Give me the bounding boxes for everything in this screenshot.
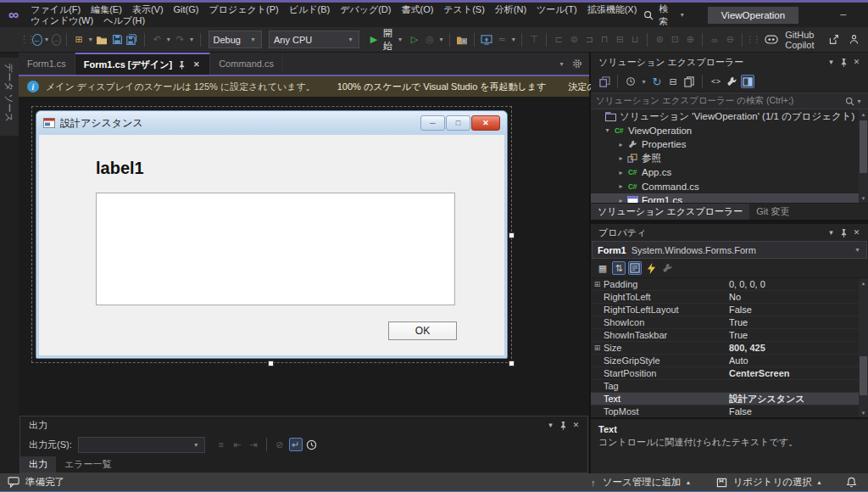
document-list-chevron-icon[interactable]: ▾ — [558, 60, 565, 68]
navigation-list-chevron-icon[interactable]: ▾ — [510, 36, 516, 43]
property-row-showicon[interactable]: ShowIcon True — [591, 316, 868, 329]
collapsed-arrow-icon[interactable]: ▸ — [616, 197, 626, 203]
property-row-sizegripstyle[interactable]: SizeGripStyle Auto — [591, 355, 868, 367]
redo-chevron-icon[interactable]: ▾ — [188, 36, 194, 43]
pin-icon[interactable] — [557, 419, 570, 432]
expand-icon[interactable]: ⊞ — [591, 344, 604, 352]
scroll-down-icon[interactable]: ▾ — [859, 408, 868, 417]
collapsed-arrow-icon[interactable]: ▸ — [616, 182, 626, 190]
property-value[interactable]: True — [729, 317, 858, 327]
gear-icon[interactable] — [570, 57, 584, 70]
tree-item-project-viewoperation[interactable]: ▾ C# ViewOperation — [591, 124, 868, 138]
property-value[interactable]: True — [729, 330, 858, 340]
sync-with-active-document-icon[interactable] — [682, 75, 696, 88]
tree-item-references[interactable]: ▸ 参照 — [591, 152, 868, 166]
hot-reload-chevron-icon[interactable]: ▾ — [438, 36, 444, 43]
search-button[interactable]: 検索 ▾ — [642, 3, 686, 28]
property-value[interactable]: False — [729, 406, 858, 417]
search-icon[interactable] — [844, 94, 855, 108]
save-icon[interactable] — [110, 33, 124, 47]
find-in-files-icon[interactable] — [455, 33, 469, 47]
link-controls-icon[interactable]: ∞ — [708, 33, 721, 47]
pin-icon[interactable] — [837, 56, 850, 69]
solution-tree-scrollbar[interactable]: ▴ ▾ — [859, 109, 868, 203]
share-icon[interactable] — [827, 33, 841, 47]
collapsed-arrow-icon[interactable]: ▸ — [616, 141, 626, 148]
align-tops-icon[interactable]: ⊓ — [598, 33, 611, 47]
undo-chevron-icon[interactable]: ▾ — [165, 36, 171, 43]
align-middles-icon[interactable]: ⊟ — [613, 33, 626, 47]
property-value[interactable]: No — [729, 292, 858, 302]
preview-in-browser-icon[interactable] — [480, 33, 493, 47]
tab-output[interactable]: 出力 — [20, 456, 56, 472]
form-close-button[interactable]: ✕ — [471, 115, 500, 131]
menu-test[interactable]: テスト(S) — [438, 4, 489, 15]
scroll-down-icon[interactable]: ▾ — [859, 193, 868, 203]
snap-to-grid-icon[interactable]: ⊤ — [527, 33, 541, 47]
close-tab-icon[interactable]: ✕ — [192, 58, 201, 71]
make-same-width-icon[interactable]: ⊛ — [653, 33, 666, 47]
properties-wrench-icon[interactable] — [725, 75, 738, 88]
tree-item-app-cs[interactable]: ▸ C# App.cs — [591, 165, 868, 180]
clear-all-icon[interactable]: ⊘ — [273, 438, 287, 451]
window-position-chevron-icon[interactable]: ▾ — [825, 56, 837, 69]
designed-form-client-area[interactable]: label1 OK — [39, 135, 504, 355]
timestamp-clock-icon[interactable] — [305, 438, 319, 451]
menu-git[interactable]: Git(G) — [169, 4, 204, 15]
preview-selected-items-icon[interactable] — [741, 75, 754, 88]
categorized-icon[interactable]: ▦ — [596, 261, 609, 275]
property-value[interactable]: 800, 425 — [729, 343, 858, 353]
property-value[interactable]: False — [729, 305, 858, 315]
ok-button-control[interactable]: OK — [388, 321, 457, 340]
forms-designer-surface[interactable]: 設計アシスタンス ─ □ ✕ label1 OK — [19, 97, 589, 416]
form-minimize-button[interactable]: ─ — [420, 115, 445, 131]
tab-command-cs[interactable]: Command.cs — [210, 53, 283, 75]
search-options-chevron-icon[interactable]: ▾ — [855, 98, 863, 105]
save-all-icon[interactable] — [125, 33, 139, 47]
pin-icon[interactable] — [177, 58, 186, 71]
property-value[interactable]: CenterScreen — [729, 368, 858, 378]
property-pages-icon[interactable] — [660, 261, 674, 275]
tab-form1-designer[interactable]: Form1.cs [デザイン] ✕ — [75, 53, 210, 75]
menu-view[interactable]: 表示(V) — [127, 4, 169, 15]
designed-form-title-bar[interactable]: 設計アシスタンス ─ □ ✕ — [36, 111, 507, 135]
maximize-button[interactable]: □ — [860, 3, 868, 27]
align-centers-icon[interactable]: ⊜ — [567, 33, 581, 47]
align-bottoms-icon[interactable]: ⊔ — [628, 33, 642, 47]
property-row-tag[interactable]: Tag — [591, 380, 868, 393]
menu-build[interactable]: ビルド(B) — [284, 4, 335, 15]
navigate-back-button[interactable]: ← — [32, 34, 42, 46]
previous-message-icon[interactable]: ⇤ — [231, 438, 244, 451]
menu-file[interactable]: ファイル(F) — [25, 4, 86, 15]
scrollbar-thumb[interactable] — [860, 120, 867, 173]
restart-100-scale-link[interactable]: 100% のスケールで Visual Studio を再起動します — [337, 81, 547, 93]
align-rights-icon[interactable]: ⊐ — [582, 33, 596, 47]
expand-icon[interactable]: ⊞ — [591, 280, 604, 288]
events-lightning-icon[interactable] — [644, 261, 658, 275]
property-row-text[interactable]: Text 設計アシスタンス — [591, 393, 868, 405]
unlink-controls-icon[interactable]: ⊖ — [723, 33, 737, 47]
window-position-chevron-icon[interactable]: ▾ — [544, 419, 557, 432]
label1-control[interactable]: label1 — [96, 159, 144, 178]
menu-project[interactable]: プロジェクト(P) — [204, 4, 284, 15]
menu-extensions[interactable]: 拡張機能(X) — [582, 4, 643, 15]
properties-view-icon[interactable] — [628, 261, 642, 275]
property-value[interactable]: 設計アシスタンス — [729, 393, 858, 405]
scroll-up-icon[interactable]: ▴ — [859, 278, 868, 288]
expanded-arrow-icon[interactable]: ▾ — [603, 126, 612, 134]
property-row-topmost[interactable]: TopMost False — [591, 405, 868, 418]
resize-handle-right[interactable] — [509, 232, 515, 238]
switch-views-icon[interactable] — [598, 75, 611, 88]
zoom-icon[interactable]: ⊕ — [683, 33, 697, 47]
solution-name-badge[interactable]: ViewOperation — [708, 7, 798, 24]
property-grid-scrollbar[interactable]: ▴ ▾ — [859, 278, 868, 417]
pin-icon[interactable] — [837, 226, 850, 239]
resize-handle-bottom-right[interactable] — [509, 361, 515, 366]
menu-edit[interactable]: 編集(E) — [86, 4, 127, 15]
tree-item-command-cs[interactable]: ▸ C# Command.cs — [591, 180, 868, 194]
goto-message-icon[interactable]: ≡ — [214, 438, 228, 451]
select-repository-button[interactable]: リポジトリの選択 ▲ — [715, 476, 822, 489]
open-folder-icon[interactable] — [95, 33, 108, 47]
start-debugging-button[interactable]: ▶ 開始 ▾ — [367, 27, 403, 53]
tab-error-list[interactable]: エラー一覧 — [56, 456, 120, 472]
